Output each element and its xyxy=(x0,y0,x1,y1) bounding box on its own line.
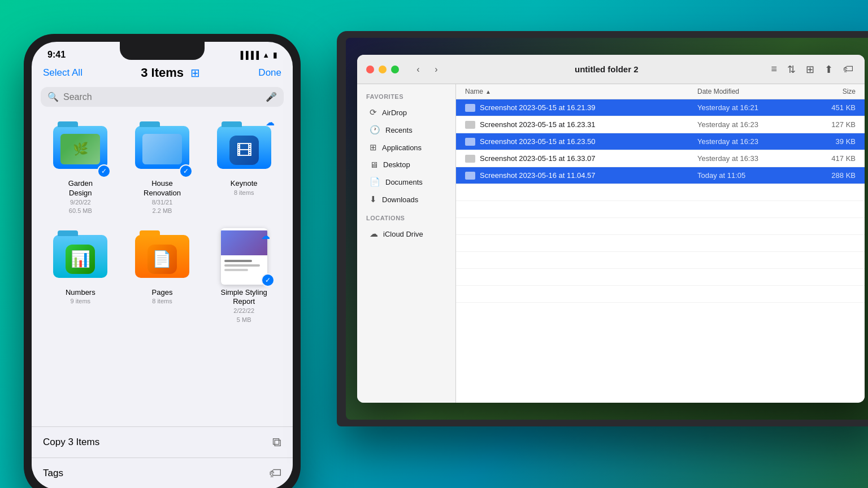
folder-icon-keynote: 🎞 xyxy=(217,126,271,169)
file-name: Simple StylingReport xyxy=(220,288,267,307)
sidebar-item-applications[interactable]: ⊞ Applications xyxy=(361,139,452,156)
list-item[interactable]: 📊 Numbers 9 items xyxy=(41,223,120,329)
search-input[interactable] xyxy=(63,92,261,102)
folder-tab xyxy=(58,121,78,127)
file-meta: 9/20/2260.5 MB xyxy=(69,198,92,216)
iphone-screen: 9:41 ▐▐▐▐ ▲ ▮ Select All 3 Items ⊞ Done … xyxy=(32,42,293,488)
sidebar-item-recents[interactable]: 🕐 Recents xyxy=(361,121,452,138)
folder-icon-numbers: 📊 xyxy=(53,235,107,278)
sidebar-item-documents[interactable]: 📄 Documents xyxy=(361,173,452,190)
sidebar-item-icloud[interactable]: ☁ iCloud Drive xyxy=(361,225,452,242)
list-item[interactable]: 🌿 ✓ GardenDesign 9/20/2260.5 MB xyxy=(41,114,120,220)
minimize-button[interactable] xyxy=(379,66,387,73)
sidebar-item-label: Downloads xyxy=(382,195,418,204)
empty-row xyxy=(456,235,865,252)
tag-button[interactable]: 🏷 xyxy=(841,61,856,77)
file-row-size: 127 KB xyxy=(810,120,856,129)
empty-row xyxy=(456,252,865,269)
mic-icon[interactable]: 🎤 xyxy=(266,91,277,102)
files-grid: 🌿 ✓ GardenDesign 9/20/2260.5 MB xyxy=(32,114,293,329)
done-button[interactable]: Done xyxy=(258,67,281,79)
file-icon: 📄 xyxy=(134,228,190,285)
app-icon-keynote: 🎞 xyxy=(229,136,259,165)
list-item[interactable]: 📄 Pages 8 items xyxy=(123,223,202,329)
file-meta: 8 items xyxy=(234,189,254,197)
app-icon-numbers: 📊 xyxy=(66,245,95,274)
sort-button[interactable]: ⇅ xyxy=(785,61,798,78)
file-type-icon xyxy=(465,138,475,146)
mac-device: ‹ › untitled folder 2 ≡ ⇅ ⊞ ⬆ 🏷 xyxy=(337,31,868,426)
tags-action[interactable]: Tags 🏷 xyxy=(32,458,293,488)
list-item[interactable]: ✓ HouseRenovation 8/31/212.2 MB xyxy=(123,114,202,220)
file-type-icon xyxy=(465,104,475,112)
file-row-name: Screenshot 2023-05-15 at 16.23.31 xyxy=(480,120,697,129)
back-button[interactable]: ‹ xyxy=(410,62,426,77)
tags-label: Tags xyxy=(43,468,63,479)
app-icon-pages: 📄 xyxy=(147,245,177,274)
grid-view-icon[interactable]: ⊞ xyxy=(190,66,200,80)
close-button[interactable] xyxy=(366,66,374,73)
search-bar[interactable]: 🔍 🎤 xyxy=(41,87,284,107)
maximize-button[interactable] xyxy=(391,66,399,73)
list-item[interactable]: 🎞 ☁ Keynote 8 items xyxy=(204,114,284,220)
file-row-date: Yesterday at 16:23 xyxy=(697,120,810,129)
file-meta: 8/31/212.2 MB xyxy=(152,198,173,216)
sidebar-item-desktop[interactable]: 🖥 Desktop xyxy=(361,156,452,173)
file-row-date: Yesterday at 16:33 xyxy=(697,154,810,163)
list-item[interactable]: ✓ ☁ Simple StylingReport 2/22/225 MB xyxy=(204,223,284,329)
empty-row xyxy=(456,286,865,303)
sidebar-item-downloads[interactable]: ⬇ Downloads xyxy=(361,191,452,208)
select-all-button[interactable]: Select All xyxy=(43,67,83,79)
status-icons: ▐▐▐▐ ▲ ▮ xyxy=(238,51,277,59)
checkmark-badge: ✓ xyxy=(179,164,193,178)
downloads-icon: ⬇ xyxy=(370,194,377,204)
mac-wallpaper: ‹ › untitled folder 2 ≡ ⇅ ⊞ ⬆ 🏷 xyxy=(346,38,868,420)
icloud-icon: ☁ xyxy=(370,229,378,239)
finder-title: untitled folder 2 xyxy=(451,64,762,74)
iphone-notch xyxy=(120,42,205,60)
table-row[interactable]: Screenshot 2023-05-15 at 16.33.07 Yester… xyxy=(456,150,865,167)
folder-tab xyxy=(58,230,78,236)
copy-action[interactable]: Copy 3 Items ⧉ xyxy=(32,427,293,458)
sidebar-item-airdrop[interactable]: ⟳ AirDrop xyxy=(361,104,452,121)
list-view-button[interactable]: ≡ xyxy=(769,61,779,77)
file-row-size: 417 KB xyxy=(810,154,856,163)
col-date-label: Date Modified xyxy=(697,88,739,95)
folder-icon-blue: 🌿 xyxy=(53,126,107,169)
file-meta: 9 items xyxy=(71,297,90,306)
grid-view-button[interactable]: ⊞ xyxy=(804,61,817,78)
airdrop-icon: ⟳ xyxy=(370,107,377,117)
file-name: GardenDesign xyxy=(68,179,93,198)
col-date[interactable]: Date Modified xyxy=(697,88,810,95)
file-type-icon xyxy=(465,155,475,163)
file-name: HouseRenovation xyxy=(144,179,181,198)
desktop-icon: 🖥 xyxy=(370,160,378,169)
file-icon: ✓ ☁ xyxy=(216,228,272,285)
status-time: 9:41 xyxy=(47,50,66,60)
copy-icon: ⧉ xyxy=(272,435,281,450)
table-row[interactable]: Screenshot 2023-05-15 at 16.23.31 Yester… xyxy=(456,116,865,133)
sidebar-item-label: AirDrop xyxy=(382,108,407,117)
file-row-name: Screenshot 2023-05-15 at 16.33.07 xyxy=(480,154,697,163)
doc-line xyxy=(224,264,260,267)
table-row[interactable]: Screenshot 2023-05-15 at 16.21.39 Yester… xyxy=(456,99,865,116)
share-button[interactable]: ⬆ xyxy=(822,61,835,78)
checkmark-badge: ✓ xyxy=(97,164,111,178)
file-meta: 8 items xyxy=(152,297,172,306)
file-row-date: Today at 11:05 xyxy=(697,171,810,180)
sidebar-item-label: Documents xyxy=(385,178,423,186)
doc-content xyxy=(221,255,267,278)
doc-line xyxy=(224,260,252,262)
col-name[interactable]: Name ▲ xyxy=(465,88,697,95)
file-row-size: 451 KB xyxy=(810,103,856,112)
table-row[interactable]: Screenshot 2023-05-16 at 11.04.57 Today … xyxy=(456,167,865,184)
file-type-icon xyxy=(465,121,475,129)
file-icon: 🌿 ✓ xyxy=(52,119,108,176)
col-size[interactable]: Size xyxy=(810,88,856,95)
finder-toolbar: ‹ › untitled folder 2 ≡ ⇅ ⊞ ⬆ 🏷 xyxy=(357,55,865,84)
forward-button[interactable]: › xyxy=(428,62,444,77)
file-name: Keynote xyxy=(231,179,258,189)
finder-sidebar: Favorites ⟳ AirDrop 🕐 Recents ⊞ Applicat… xyxy=(357,84,456,403)
sort-arrow-icon: ▲ xyxy=(485,89,491,95)
table-row[interactable]: Screenshot 2023-05-15 at 16.23.50 Yester… xyxy=(456,133,865,150)
